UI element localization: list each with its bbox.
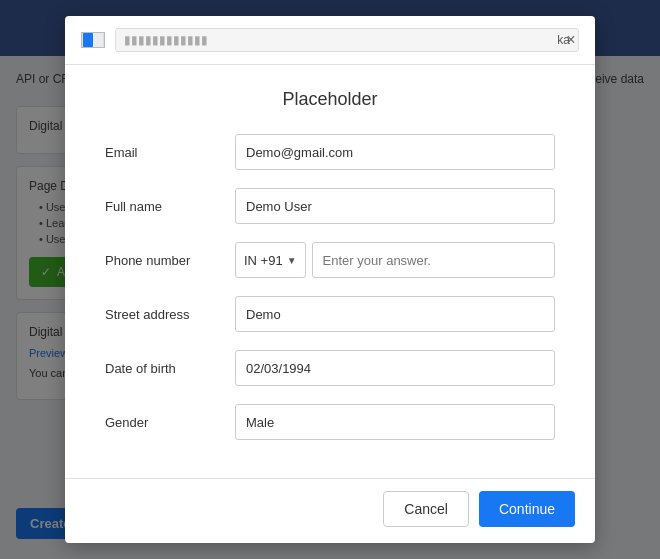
gender-row: Gender	[105, 404, 555, 440]
country-code-text: IN +91	[244, 253, 283, 268]
phone-label: Phone number	[105, 253, 235, 268]
phone-input[interactable]	[312, 242, 555, 278]
fullname-input[interactable]	[235, 188, 555, 224]
favicon	[81, 32, 105, 48]
street-label: Street address	[105, 307, 235, 322]
fullname-row: Full name	[105, 188, 555, 224]
email-row: Email	[105, 134, 555, 170]
url-bar: ▮▮▮▮▮▮▮▮▮▮▮▮ ka	[115, 28, 579, 52]
svg-rect-0	[83, 33, 93, 47]
modal-overlay: ▮▮▮▮▮▮▮▮▮▮▮▮ ka × Placeholder Email Full…	[0, 0, 660, 559]
modal-title: Placeholder	[105, 89, 555, 110]
email-input[interactable]	[235, 134, 555, 170]
cancel-button[interactable]: Cancel	[383, 491, 469, 527]
dob-label: Date of birth	[105, 361, 235, 376]
gender-label: Gender	[105, 415, 235, 430]
country-code-selector[interactable]: IN +91 ▼	[235, 242, 306, 278]
modal-footer: Cancel Continue	[65, 478, 595, 543]
close-button[interactable]: ×	[561, 30, 581, 50]
dropdown-arrow-icon: ▼	[287, 255, 297, 266]
continue-button[interactable]: Continue	[479, 491, 575, 527]
dob-input[interactable]	[235, 350, 555, 386]
dob-row: Date of birth	[105, 350, 555, 386]
url-text: ▮▮▮▮▮▮▮▮▮▮▮▮	[124, 33, 557, 47]
modal: ▮▮▮▮▮▮▮▮▮▮▮▮ ka × Placeholder Email Full…	[65, 16, 595, 543]
email-label: Email	[105, 145, 235, 160]
modal-header: ▮▮▮▮▮▮▮▮▮▮▮▮ ka ×	[65, 16, 595, 65]
phone-row: Phone number IN +91 ▼	[105, 242, 555, 278]
phone-group: IN +91 ▼	[235, 242, 555, 278]
street-input[interactable]	[235, 296, 555, 332]
modal-body: Placeholder Email Full name Phone number…	[65, 65, 595, 478]
svg-rect-1	[93, 33, 103, 47]
gender-input[interactable]	[235, 404, 555, 440]
fullname-label: Full name	[105, 199, 235, 214]
street-row: Street address	[105, 296, 555, 332]
